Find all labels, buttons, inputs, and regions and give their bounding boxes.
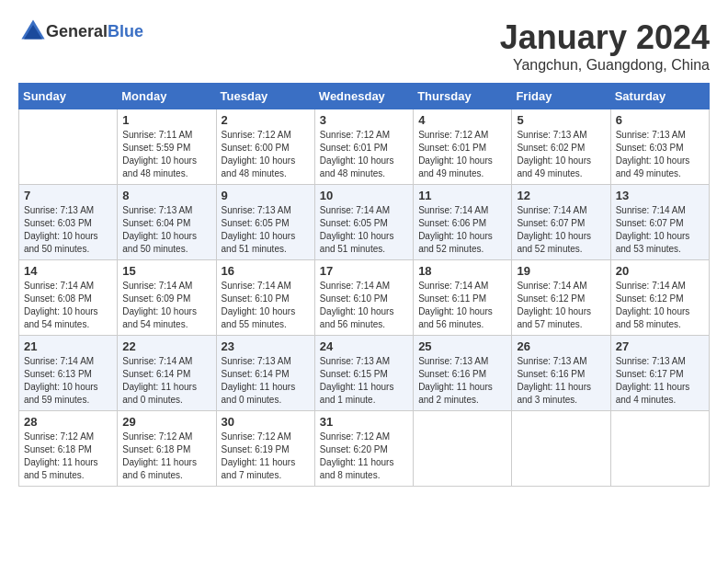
- calendar-cell: 12Sunrise: 7:14 AM Sunset: 6:07 PM Dayli…: [512, 185, 610, 260]
- day-info: Sunrise: 7:14 AM Sunset: 6:07 PM Dayligh…: [616, 204, 704, 256]
- day-info: Sunrise: 7:13 AM Sunset: 6:14 PM Dayligh…: [222, 355, 310, 407]
- day-number: 28: [24, 415, 112, 429]
- col-header-saturday: Saturday: [610, 84, 709, 109]
- day-number: 10: [320, 189, 408, 202]
- calendar-cell: 1Sunrise: 7:11 AM Sunset: 5:59 PM Daylig…: [118, 109, 216, 185]
- logo-text-blue: Blue: [108, 22, 143, 40]
- day-info: Sunrise: 7:13 AM Sunset: 6:02 PM Dayligh…: [517, 129, 605, 180]
- day-info: Sunrise: 7:14 AM Sunset: 6:14 PM Dayligh…: [122, 355, 210, 407]
- day-number: 5: [517, 113, 605, 127]
- calendar-cell: 24Sunrise: 7:13 AM Sunset: 6:15 PM Dayli…: [314, 336, 413, 411]
- calendar-cell: 2Sunrise: 7:12 AM Sunset: 6:00 PM Daylig…: [216, 109, 314, 185]
- calendar-cell: 23Sunrise: 7:13 AM Sunset: 6:14 PM Dayli…: [216, 336, 314, 411]
- calendar-cell: 29Sunrise: 7:12 AM Sunset: 6:18 PM Dayli…: [118, 411, 216, 487]
- generalblue-logo-icon: [20, 18, 46, 44]
- col-header-wednesday: Wednesday: [314, 84, 413, 109]
- logo-text-general: General: [46, 22, 108, 40]
- day-info: Sunrise: 7:13 AM Sunset: 6:17 PM Dayligh…: [616, 355, 704, 407]
- title-block: January 2024 Yangchun, Guangdong, China: [500, 18, 710, 74]
- col-header-friday: Friday: [512, 84, 610, 109]
- day-info: Sunrise: 7:12 AM Sunset: 6:20 PM Dayligh…: [320, 431, 408, 482]
- day-info: Sunrise: 7:12 AM Sunset: 6:01 PM Dayligh…: [320, 129, 408, 180]
- calendar-cell: 11Sunrise: 7:14 AM Sunset: 6:06 PM Dayli…: [414, 185, 512, 260]
- col-header-tuesday: Tuesday: [216, 84, 314, 109]
- calendar-cell: 18Sunrise: 7:14 AM Sunset: 6:11 PM Dayli…: [414, 260, 512, 336]
- week-row-2: 7Sunrise: 7:13 AM Sunset: 6:03 PM Daylig…: [19, 185, 710, 260]
- day-number: 13: [616, 189, 704, 202]
- col-header-sunday: Sunday: [19, 84, 118, 109]
- day-number: 23: [222, 339, 310, 353]
- day-number: 12: [517, 189, 605, 202]
- day-number: 21: [24, 339, 112, 353]
- calendar-cell: 6Sunrise: 7:13 AM Sunset: 6:03 PM Daylig…: [610, 109, 709, 185]
- day-info: Sunrise: 7:11 AM Sunset: 5:59 PM Dayligh…: [122, 129, 210, 180]
- calendar-cell: 22Sunrise: 7:14 AM Sunset: 6:14 PM Dayli…: [118, 336, 216, 411]
- day-info: Sunrise: 7:14 AM Sunset: 6:12 PM Dayligh…: [517, 280, 605, 331]
- day-number: 7: [24, 189, 112, 202]
- day-info: Sunrise: 7:13 AM Sunset: 6:05 PM Dayligh…: [222, 204, 310, 256]
- week-row-1: 1Sunrise: 7:11 AM Sunset: 5:59 PM Daylig…: [19, 109, 710, 185]
- day-number: 17: [320, 264, 408, 278]
- calendar-cell: 5Sunrise: 7:13 AM Sunset: 6:02 PM Daylig…: [512, 109, 610, 185]
- calendar-cell: 27Sunrise: 7:13 AM Sunset: 6:17 PM Dayli…: [610, 336, 709, 411]
- day-info: Sunrise: 7:14 AM Sunset: 6:10 PM Dayligh…: [222, 280, 310, 331]
- week-row-4: 21Sunrise: 7:14 AM Sunset: 6:13 PM Dayli…: [19, 336, 710, 411]
- day-info: Sunrise: 7:14 AM Sunset: 6:10 PM Dayligh…: [320, 280, 408, 331]
- day-info: Sunrise: 7:13 AM Sunset: 6:03 PM Dayligh…: [24, 204, 112, 256]
- day-info: Sunrise: 7:13 AM Sunset: 6:04 PM Dayligh…: [122, 204, 210, 256]
- day-info: Sunrise: 7:14 AM Sunset: 6:07 PM Dayligh…: [517, 204, 605, 256]
- day-info: Sunrise: 7:12 AM Sunset: 6:01 PM Dayligh…: [418, 129, 506, 180]
- day-info: Sunrise: 7:14 AM Sunset: 6:08 PM Dayligh…: [24, 280, 112, 331]
- calendar-cell: 7Sunrise: 7:13 AM Sunset: 6:03 PM Daylig…: [19, 185, 118, 260]
- day-info: Sunrise: 7:13 AM Sunset: 6:15 PM Dayligh…: [320, 355, 408, 407]
- day-info: Sunrise: 7:14 AM Sunset: 6:05 PM Dayligh…: [320, 204, 408, 256]
- col-header-monday: Monday: [118, 84, 216, 109]
- day-number: 20: [616, 264, 704, 278]
- day-number: 26: [517, 339, 605, 353]
- day-number: 6: [616, 113, 704, 127]
- week-row-3: 14Sunrise: 7:14 AM Sunset: 6:08 PM Dayli…: [19, 260, 710, 336]
- day-info: Sunrise: 7:14 AM Sunset: 6:12 PM Dayligh…: [616, 280, 704, 331]
- calendar-cell: 14Sunrise: 7:14 AM Sunset: 6:08 PM Dayli…: [19, 260, 118, 336]
- day-info: Sunrise: 7:12 AM Sunset: 6:18 PM Dayligh…: [122, 431, 210, 482]
- calendar-cell: 4Sunrise: 7:12 AM Sunset: 6:01 PM Daylig…: [414, 109, 512, 185]
- month-title: January 2024: [500, 18, 710, 57]
- day-number: 31: [320, 415, 408, 429]
- col-header-thursday: Thursday: [414, 84, 512, 109]
- day-number: 15: [122, 264, 210, 278]
- day-number: 19: [517, 264, 605, 278]
- day-info: Sunrise: 7:13 AM Sunset: 6:03 PM Dayligh…: [616, 129, 704, 180]
- calendar-cell: 9Sunrise: 7:13 AM Sunset: 6:05 PM Daylig…: [216, 185, 314, 260]
- calendar-cell: 10Sunrise: 7:14 AM Sunset: 6:05 PM Dayli…: [314, 185, 413, 260]
- calendar-cell: 26Sunrise: 7:13 AM Sunset: 6:16 PM Dayli…: [512, 336, 610, 411]
- calendar-cell: 13Sunrise: 7:14 AM Sunset: 6:07 PM Dayli…: [610, 185, 709, 260]
- calendar-cell: [19, 109, 118, 185]
- calendar-cell: 30Sunrise: 7:12 AM Sunset: 6:19 PM Dayli…: [216, 411, 314, 487]
- calendar-cell: 8Sunrise: 7:13 AM Sunset: 6:04 PM Daylig…: [118, 185, 216, 260]
- page-header: GeneralBlue January 2024 Yangchun, Guang…: [18, 18, 710, 74]
- day-number: 11: [418, 189, 506, 202]
- day-info: Sunrise: 7:14 AM Sunset: 6:11 PM Dayligh…: [418, 280, 506, 331]
- day-number: 18: [418, 264, 506, 278]
- day-number: 25: [418, 339, 506, 353]
- calendar-table: SundayMondayTuesdayWednesdayThursdayFrid…: [18, 83, 710, 487]
- day-number: 3: [320, 113, 408, 127]
- day-number: 16: [222, 264, 310, 278]
- calendar-header-row: SundayMondayTuesdayWednesdayThursdayFrid…: [19, 84, 710, 109]
- calendar-cell: 31Sunrise: 7:12 AM Sunset: 6:20 PM Dayli…: [314, 411, 413, 487]
- day-number: 30: [222, 415, 310, 429]
- calendar-cell: 17Sunrise: 7:14 AM Sunset: 6:10 PM Dayli…: [314, 260, 413, 336]
- calendar-cell: 15Sunrise: 7:14 AM Sunset: 6:09 PM Dayli…: [118, 260, 216, 336]
- calendar-cell: [414, 411, 512, 487]
- day-info: Sunrise: 7:13 AM Sunset: 6:16 PM Dayligh…: [517, 355, 605, 407]
- day-info: Sunrise: 7:14 AM Sunset: 6:06 PM Dayligh…: [418, 204, 506, 256]
- day-number: 8: [122, 189, 210, 202]
- day-info: Sunrise: 7:13 AM Sunset: 6:16 PM Dayligh…: [418, 355, 506, 407]
- calendar-cell: 3Sunrise: 7:12 AM Sunset: 6:01 PM Daylig…: [314, 109, 413, 185]
- calendar-cell: 21Sunrise: 7:14 AM Sunset: 6:13 PM Dayli…: [19, 336, 118, 411]
- day-number: 2: [222, 113, 310, 127]
- week-row-5: 28Sunrise: 7:12 AM Sunset: 6:18 PM Dayli…: [19, 411, 710, 487]
- day-info: Sunrise: 7:14 AM Sunset: 6:09 PM Dayligh…: [122, 280, 210, 331]
- day-number: 9: [222, 189, 310, 202]
- calendar-cell: 20Sunrise: 7:14 AM Sunset: 6:12 PM Dayli…: [610, 260, 709, 336]
